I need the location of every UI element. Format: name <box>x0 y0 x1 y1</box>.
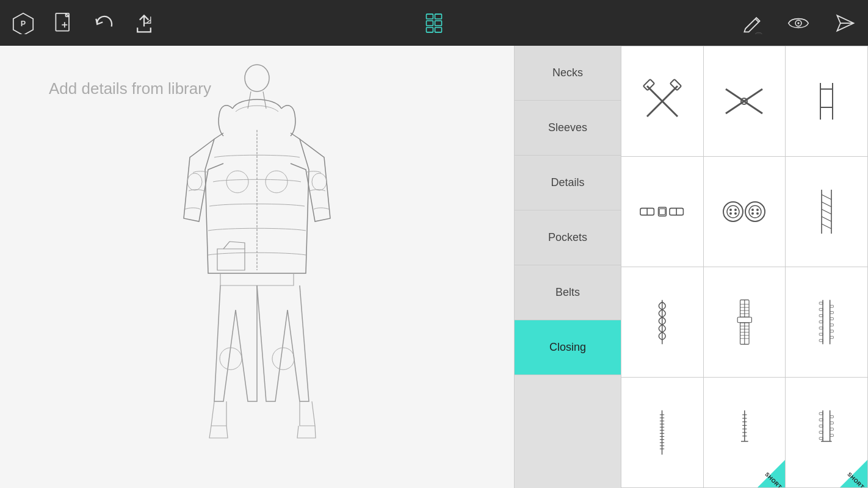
svg-point-21 <box>187 173 202 190</box>
svg-point-23 <box>226 171 248 193</box>
grid-cell-4-2[interactable]: SHORT <box>704 378 786 488</box>
svg-rect-85 <box>820 308 823 310</box>
toolbar: P <box>0 0 868 46</box>
svg-rect-128 <box>820 437 823 440</box>
add-details-label: Add details from library <box>49 79 211 98</box>
svg-rect-87 <box>820 315 823 317</box>
category-closing[interactable]: Closing <box>515 320 621 375</box>
grid-cell-4-1[interactable] <box>621 378 704 488</box>
svg-rect-120 <box>820 412 823 415</box>
category-belts[interactable]: Belts <box>515 265 621 320</box>
pencil-icon[interactable] <box>741 12 763 34</box>
svg-rect-123 <box>830 422 834 425</box>
svg-rect-95 <box>820 339 823 342</box>
svg-rect-86 <box>830 312 834 314</box>
svg-line-60 <box>822 195 831 199</box>
grid-cell-2-1[interactable] <box>621 157 704 267</box>
grid-cell-3-3[interactable] <box>786 267 868 378</box>
svg-point-54 <box>751 209 754 211</box>
svg-point-24 <box>266 171 288 193</box>
svg-point-17 <box>797 22 799 24</box>
svg-rect-11 <box>435 21 442 26</box>
svg-point-46 <box>723 202 743 221</box>
svg-rect-43 <box>659 209 665 215</box>
svg-point-19 <box>245 65 269 92</box>
svg-point-50 <box>729 212 732 215</box>
category-sidebar: Necks Sleeves Details Pockets Belts Clos… <box>514 46 621 488</box>
grid-cell-1-1[interactable] <box>621 46 704 157</box>
new-document-icon[interactable] <box>52 12 74 34</box>
svg-rect-32 <box>670 79 681 90</box>
svg-line-61 <box>822 202 831 207</box>
fashion-figure <box>104 60 410 475</box>
svg-point-56 <box>751 212 754 215</box>
svg-text:P: P <box>21 20 26 28</box>
svg-rect-126 <box>820 431 823 434</box>
grid-panel: SHORT <box>621 46 868 488</box>
svg-line-62 <box>822 209 831 214</box>
undo-icon[interactable] <box>93 12 115 34</box>
svg-rect-13 <box>435 27 442 32</box>
svg-rect-8 <box>426 14 433 19</box>
svg-rect-2 <box>56 13 69 30</box>
svg-point-52 <box>745 202 765 221</box>
svg-line-63 <box>822 217 831 221</box>
category-necks[interactable]: Necks <box>515 46 621 101</box>
svg-point-55 <box>756 209 759 211</box>
grid-cell-1-2[interactable] <box>704 46 786 157</box>
svg-rect-122 <box>820 418 823 421</box>
svg-rect-90 <box>830 324 834 326</box>
svg-point-15 <box>755 32 762 34</box>
svg-rect-10 <box>426 21 433 26</box>
svg-rect-83 <box>820 302 823 304</box>
right-panel: Necks Sleeves Details Pockets Belts Clos… <box>514 46 868 488</box>
grid-cell-3-1[interactable] <box>621 267 704 378</box>
svg-point-49 <box>734 209 737 211</box>
grid-view-icon[interactable] <box>423 12 445 34</box>
category-sleeves[interactable]: Sleeves <box>515 101 621 156</box>
svg-rect-12 <box>426 27 433 32</box>
svg-rect-124 <box>820 425 823 428</box>
main-content: Add details from library <box>0 46 868 488</box>
svg-rect-125 <box>830 428 834 431</box>
logo-icon[interactable]: P <box>12 12 34 34</box>
svg-rect-93 <box>820 333 823 336</box>
svg-rect-84 <box>830 305 834 307</box>
svg-rect-91 <box>820 327 823 329</box>
svg-point-47 <box>727 206 739 218</box>
svg-rect-92 <box>830 330 834 332</box>
svg-rect-94 <box>830 336 834 339</box>
export-icon[interactable] <box>133 12 155 34</box>
svg-point-22 <box>312 173 327 190</box>
category-details[interactable]: Details <box>515 156 621 210</box>
svg-point-25 <box>220 348 242 370</box>
svg-rect-88 <box>830 318 834 320</box>
eye-icon[interactable] <box>787 12 809 34</box>
svg-rect-80 <box>737 317 751 323</box>
grid-cell-2-2[interactable] <box>704 157 786 267</box>
svg-rect-89 <box>820 321 823 323</box>
figure-container <box>0 46 514 488</box>
svg-rect-9 <box>435 14 442 19</box>
grid-cell-2-3[interactable] <box>786 157 868 267</box>
svg-point-53 <box>749 206 761 218</box>
svg-point-48 <box>729 209 732 211</box>
svg-rect-31 <box>643 79 654 90</box>
canvas-area: Add details from library <box>0 46 514 488</box>
send-icon[interactable] <box>834 12 856 34</box>
grid-cell-3-2[interactable] <box>704 267 786 378</box>
grid-cell-4-3[interactable]: SHORT <box>786 378 868 488</box>
svg-point-51 <box>734 212 737 215</box>
svg-line-64 <box>822 224 831 229</box>
svg-point-26 <box>272 348 294 370</box>
grid-cell-1-3[interactable] <box>786 46 868 157</box>
svg-point-57 <box>756 212 759 215</box>
svg-rect-121 <box>830 415 834 418</box>
category-pockets[interactable]: Pockets <box>515 210 621 265</box>
svg-rect-127 <box>830 434 834 437</box>
